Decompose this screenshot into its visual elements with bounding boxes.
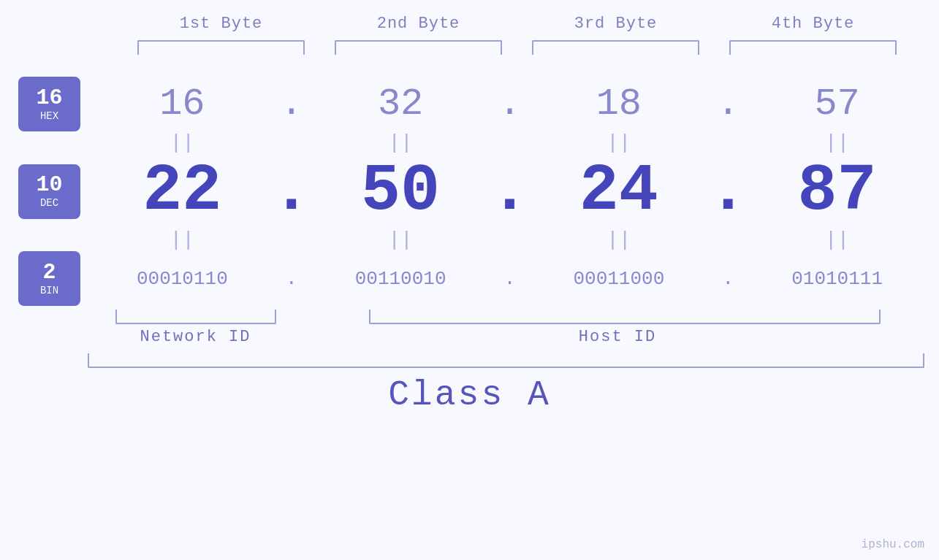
dec-val-1: 22	[142, 154, 221, 229]
bin-badge-number: 2	[42, 261, 56, 283]
bin-byte-2: 00110010	[306, 268, 495, 290]
bin-dot-2: .	[495, 268, 525, 290]
equals-values-1: || || || ||	[88, 131, 932, 154]
eq1-cell-4: ||	[742, 131, 932, 154]
network-id-label: Network ID	[140, 328, 251, 346]
bracket-cell-2	[320, 40, 517, 55]
dec-badge: 10 DEC	[18, 164, 80, 219]
network-id-label-wrapper: Network ID	[88, 328, 303, 346]
equals-values-2: || || || ||	[88, 229, 932, 251]
host-bracket-wrapper	[318, 310, 932, 324]
bin-dot-3: .	[713, 268, 742, 290]
bin-val-3: 00011000	[573, 268, 664, 290]
dec-dot-3: .	[713, 154, 742, 229]
net-bracket-wrapper	[88, 310, 303, 324]
eq2-cell-3: ||	[525, 229, 714, 251]
byte-header-2: 2nd Byte	[320, 15, 517, 33]
host-id-bracket	[369, 310, 881, 324]
hex-dot-2: .	[495, 83, 525, 126]
bracket-line-4	[729, 40, 897, 55]
dec-dot-1: .	[277, 154, 306, 229]
hex-val-3: 18	[596, 83, 642, 126]
bin-val-1: 00010110	[137, 268, 228, 290]
dec-byte-4: 87	[742, 154, 932, 229]
eq1-cell-1: ||	[88, 131, 277, 154]
bracket-line-3	[532, 40, 700, 55]
hex-val-4: 57	[814, 83, 859, 126]
dec-val-3: 24	[579, 154, 658, 229]
bracket-cell-1	[123, 40, 320, 55]
bin-values: 00010110 . 00110010 . 00011000 . 0101011…	[88, 268, 932, 290]
dec-dot-2: .	[495, 154, 525, 229]
hex-val-1: 16	[159, 83, 205, 126]
hex-badge-label: HEX	[40, 110, 58, 122]
bracket-cell-3	[517, 40, 715, 55]
dec-values: 22 . 50 . 24 . 87	[88, 154, 932, 229]
id-labels-row: Network ID Host ID	[88, 328, 932, 346]
bracket-line-2	[335, 40, 503, 55]
bin-byte-1: 00010110	[88, 268, 277, 290]
eq2-cell-2: ||	[306, 229, 495, 251]
bottom-section: Network ID Host ID Class A	[0, 310, 939, 415]
watermark: ipshu.com	[862, 538, 924, 551]
hex-byte-1: 16	[88, 83, 277, 126]
bracket-line-1	[137, 40, 305, 55]
hex-dot-1: .	[277, 83, 306, 126]
hex-val-2: 32	[378, 83, 423, 126]
dec-byte-1: 22	[88, 154, 277, 229]
eq1-cell-3: ||	[525, 131, 714, 154]
hex-badge: 16 HEX	[18, 77, 80, 131]
bin-byte-4: 01010111	[742, 268, 932, 290]
equals-row-1: || || || ||	[0, 131, 939, 154]
bracket-cell-4	[715, 40, 912, 55]
hex-byte-4: 57	[742, 83, 932, 126]
dec-val-2: 50	[361, 154, 440, 229]
dec-val-4: 87	[798, 154, 877, 229]
full-bracket-line	[88, 353, 924, 368]
bin-val-4: 01010111	[791, 268, 883, 290]
bin-badge: 2 BIN	[18, 251, 80, 306]
hex-byte-2: 32	[306, 83, 495, 126]
main-container: 1st Byte 2nd Byte 3rd Byte 4th Byte 16 H…	[0, 0, 939, 560]
byte-header-3: 3rd Byte	[517, 15, 715, 33]
bin-dot-1: .	[277, 268, 306, 290]
eq1-cell-2: ||	[306, 131, 495, 154]
byte-header-4: 4th Byte	[715, 15, 912, 33]
dec-badge-number: 10	[36, 174, 62, 196]
equals-row-2: || || || ||	[0, 229, 939, 251]
host-id-label-wrapper: Host ID	[303, 328, 932, 346]
hex-dot-3: .	[713, 83, 742, 126]
dec-badge-label: DEC	[40, 197, 58, 209]
top-brackets	[123, 40, 912, 55]
class-label: Class A	[388, 375, 551, 415]
host-id-label: Host ID	[579, 328, 656, 346]
bin-val-2: 00110010	[355, 268, 446, 290]
byte-headers: 1st Byte 2nd Byte 3rd Byte 4th Byte	[123, 15, 912, 33]
hex-row: 16 HEX 16 . 32 . 18 . 57	[0, 77, 939, 131]
class-label-row: Class A	[7, 375, 932, 415]
hex-byte-3: 18	[525, 83, 714, 126]
bottom-brackets-row	[88, 310, 932, 324]
network-id-bracket	[115, 310, 276, 324]
bin-byte-3: 00011000	[525, 268, 714, 290]
hex-values: 16 . 32 . 18 . 57	[88, 83, 932, 126]
bin-row: 2 BIN 00010110 . 00110010 . 00011000 .	[0, 251, 939, 306]
dec-row: 10 DEC 22 . 50 . 24 . 87	[0, 154, 939, 229]
hex-badge-number: 16	[36, 87, 62, 109]
dec-byte-2: 50	[306, 154, 495, 229]
full-bracket-row	[88, 353, 924, 368]
byte-header-1: 1st Byte	[123, 15, 320, 33]
eq2-cell-1: ||	[88, 229, 277, 251]
dec-byte-3: 24	[525, 154, 714, 229]
bin-badge-label: BIN	[40, 285, 58, 296]
eq2-cell-4: ||	[742, 229, 932, 251]
